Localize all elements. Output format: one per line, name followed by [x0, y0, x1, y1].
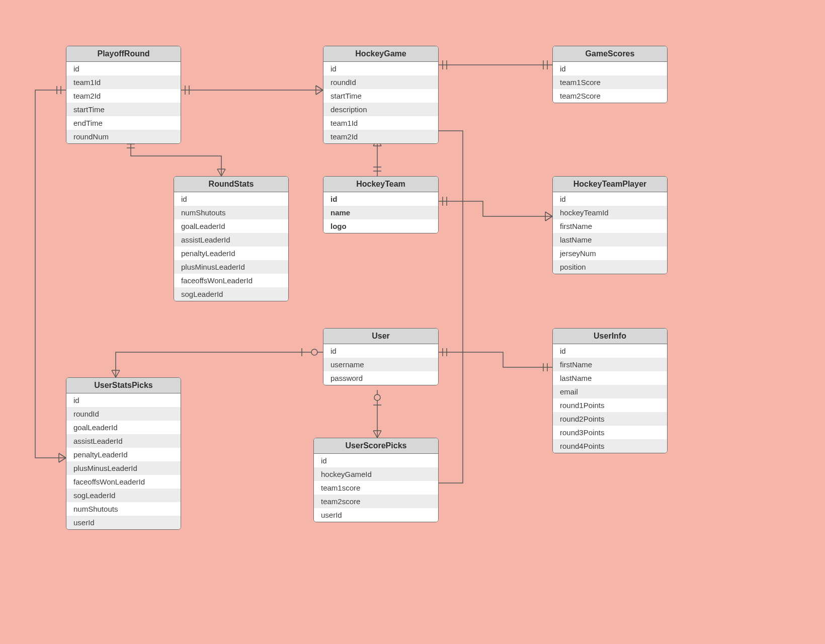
entity-field: id	[553, 192, 667, 206]
entity-fields: idroundIdstartTimedescriptionteam1Idteam…	[323, 62, 438, 143]
entity-user: User idusernamepassword	[323, 328, 439, 385]
svg-point-1	[311, 349, 317, 355]
entity-field: description	[323, 103, 438, 116]
entity-hockey-game: HockeyGame idroundIdstartTimedescription…	[323, 46, 439, 144]
entity-field: id	[314, 454, 438, 467]
entity-fields: idusernamepassword	[323, 344, 438, 385]
entity-fields: idfirstNamelastNameemailround1Pointsroun…	[553, 344, 667, 453]
entity-field: round1Points	[553, 398, 667, 412]
entity-field: sogLeaderId	[174, 287, 288, 301]
entity-field: endTime	[66, 116, 181, 130]
entity-field: startTime	[66, 103, 181, 116]
entity-field: userId	[314, 508, 438, 522]
entity-field: roundId	[323, 75, 438, 89]
entity-field: lastName	[553, 371, 667, 385]
entity-title: UserScorePicks	[314, 438, 438, 454]
entity-field: hockeyTeamId	[553, 206, 667, 219]
entity-fields: idnamelogo	[323, 192, 438, 233]
entity-field: roundNum	[66, 130, 181, 143]
entity-field: id	[323, 62, 438, 75]
entity-fields: idroundIdgoalLeaderIdassistLeaderIdpenal…	[66, 393, 181, 529]
entity-field: id	[323, 192, 438, 206]
entity-user-score-picks: UserScorePicks idhockeyGameIdteam1scoret…	[313, 438, 439, 522]
entity-title: HockeyGame	[323, 46, 438, 62]
entity-field: team2Id	[323, 130, 438, 143]
entity-field: round2Points	[553, 412, 667, 426]
entity-field: hockeyGameId	[314, 467, 438, 481]
entity-user-stats-picks: UserStatsPicks idroundIdgoalLeaderIdassi…	[66, 377, 181, 530]
entity-field: username	[323, 358, 438, 371]
entity-field: team1score	[314, 481, 438, 495]
entity-title: RoundStats	[174, 177, 288, 192]
entity-field: id	[66, 393, 181, 407]
entity-field: startTime	[323, 89, 438, 103]
entity-field: team1Id	[323, 116, 438, 130]
entity-title: User	[323, 329, 438, 344]
entity-field: penaltyLeaderId	[174, 247, 288, 260]
entity-title: GameScores	[553, 46, 667, 62]
entity-field: roundId	[66, 407, 181, 421]
entity-field: id	[66, 62, 181, 75]
entity-game-scores: GameScores idteam1Scoreteam2Score	[552, 46, 668, 103]
entity-field: name	[323, 206, 438, 219]
entity-field: jerseyNum	[553, 247, 667, 260]
entity-field: team2Score	[553, 89, 667, 103]
entity-field: lastName	[553, 233, 667, 247]
entity-field: plusMinusLeaderId	[66, 461, 181, 475]
entity-field: id	[553, 62, 667, 75]
entity-title: HockeyTeamPlayer	[553, 177, 667, 192]
entity-fields: idhockeyGameIdteam1scoreteam2scoreuserId	[314, 454, 438, 522]
entity-playoff-round: PlayoffRound idteam1Idteam2IdstartTimeen…	[66, 46, 181, 144]
entity-field: round3Points	[553, 426, 667, 439]
entity-title: UserStatsPicks	[66, 378, 181, 393]
entity-round-stats: RoundStats idnumShutoutsgoalLeaderIdassi…	[174, 176, 289, 301]
entity-field: faceoffsWonLeaderId	[174, 274, 288, 287]
er-diagram: { "entities": { "playoffRound": {"title"…	[0, 0, 825, 644]
entity-field: email	[553, 385, 667, 398]
entity-field: assistLeaderId	[174, 233, 288, 247]
entity-fields: idteam1Idteam2IdstartTimeendTimeroundNum	[66, 62, 181, 143]
entity-field: logo	[323, 219, 438, 233]
entity-field: numShutouts	[174, 206, 288, 219]
entity-fields: idteam1Scoreteam2Score	[553, 62, 667, 103]
entity-title: HockeyTeam	[323, 177, 438, 192]
entity-field: team1Id	[66, 75, 181, 89]
entity-title: PlayoffRound	[66, 46, 181, 62]
entity-field: position	[553, 260, 667, 274]
svg-point-0	[374, 394, 380, 400]
entity-field: penaltyLeaderId	[66, 448, 181, 461]
entity-hockey-team-player: HockeyTeamPlayer idhockeyTeamIdfirstName…	[552, 176, 668, 274]
entity-field: round4Points	[553, 439, 667, 453]
entity-field: id	[553, 344, 667, 358]
entity-field: faceoffsWonLeaderId	[66, 475, 181, 489]
entity-field: team2Id	[66, 89, 181, 103]
entity-field: password	[323, 371, 438, 385]
entity-field: id	[323, 344, 438, 358]
entity-field: sogLeaderId	[66, 489, 181, 502]
entity-field: firstName	[553, 358, 667, 371]
entity-field: id	[174, 192, 288, 206]
entity-hockey-team: HockeyTeam idnamelogo	[323, 176, 439, 233]
entity-user-info: UserInfo idfirstNamelastNameemailround1P…	[552, 328, 668, 453]
entity-field: numShutouts	[66, 502, 181, 516]
entity-field: userId	[66, 516, 181, 529]
entity-field: plusMinusLeaderId	[174, 260, 288, 274]
entity-title: UserInfo	[553, 329, 667, 344]
entity-field: assistLeaderId	[66, 434, 181, 448]
entity-field: goalLeaderId	[174, 219, 288, 233]
entity-field: team2score	[314, 495, 438, 508]
entity-field: goalLeaderId	[66, 421, 181, 434]
entity-fields: idnumShutoutsgoalLeaderIdassistLeaderIdp…	[174, 192, 288, 301]
entity-field: firstName	[553, 219, 667, 233]
entity-field: team1Score	[553, 75, 667, 89]
entity-fields: idhockeyTeamIdfirstNamelastNamejerseyNum…	[553, 192, 667, 274]
